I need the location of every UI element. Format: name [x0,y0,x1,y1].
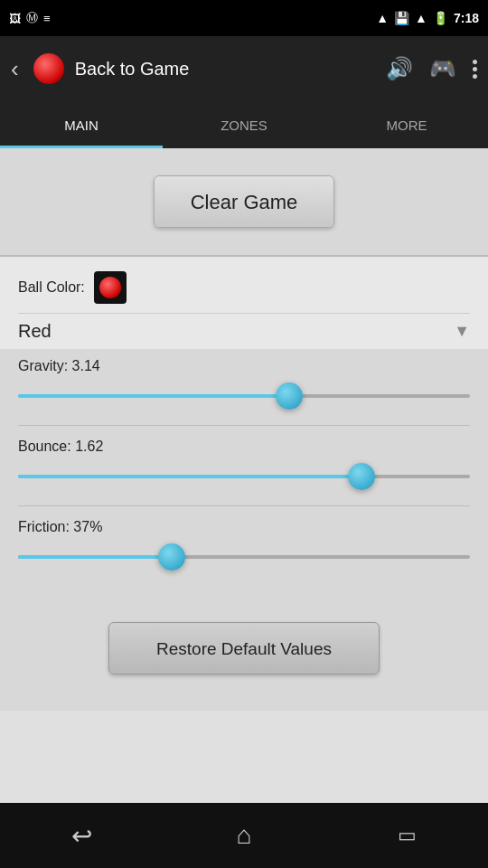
gravity-thumb[interactable] [276,382,303,410]
dropdown-arrow-icon: ▼ [454,322,470,341]
wifi-icon: ▲ [376,11,389,25]
ball-color-label: Ball Color: [18,279,85,296]
app-bar-ball-icon [33,53,64,84]
ball-color-value: Red [18,321,454,342]
time-display: 7:18 [454,11,479,25]
back-button[interactable]: ‹ [11,55,19,83]
tab-main[interactable]: MAIN [0,101,163,148]
ball-color-value-row[interactable]: Red ▼ [18,313,470,349]
restore-section: Restore Default Values [0,595,488,693]
signal-icon: ▲ [415,11,427,25]
bottom-nav: ↩ ⌂ ▭ [0,803,488,868]
status-bar-left: 🖼 Ⓜ ≡ [9,10,51,26]
nav-recents-button[interactable]: ▭ [380,817,434,854]
status-icon-photos: 🖼 [9,12,21,25]
ball-color-swatch[interactable] [94,271,127,304]
friction-slider-group: Friction: 37% [18,519,470,570]
clear-game-button[interactable]: Clear Game [154,175,334,228]
nav-home-button[interactable]: ⌂ [217,817,271,854]
tab-bar: MAIN ZONES MORE [0,101,488,148]
ball-color-section: Ball Color: Red ▼ [0,257,488,349]
bounce-thumb[interactable] [348,463,375,490]
ball-color-row: Ball Color: [18,271,470,304]
nav-back-button[interactable]: ↩ [54,817,108,854]
app-bar: ‹ Back to Game 🔊 🎮 [0,36,488,101]
friction-slider[interactable] [18,544,470,570]
restore-default-values-button[interactable]: Restore Default Values [108,622,380,675]
bounce-slider[interactable] [18,464,470,489]
tab-more[interactable]: MORE [325,101,488,148]
bounce-label: Bounce: 1.62 [18,439,470,455]
friction-label: Friction: 37% [18,519,470,535]
status-icon-moto: Ⓜ [26,10,38,26]
status-bar-right: ▲ 💾 ▲ 🔋 7:18 [376,11,479,25]
app-bar-title: Back to Game [75,59,375,80]
bounce-slider-group: Bounce: 1.62 [18,439,470,489]
slider-divider-1 [18,425,470,426]
tab-zones[interactable]: ZONES [163,101,325,148]
status-icon-bars: ≡ [43,12,51,25]
storage-icon: 💾 [394,11,409,25]
gravity-slider[interactable] [18,383,470,409]
sliders-section: Gravity: 3.14 Bounce: 1.62 Friction: 37% [0,349,488,595]
more-options-button[interactable] [473,60,477,79]
ball-color-preview [99,277,121,298]
gravity-slider-group: Gravity: 3.14 [18,358,470,409]
battery-icon: 🔋 [433,11,448,25]
slider-divider-2 [18,505,470,506]
status-bar: 🖼 Ⓜ ≡ ▲ 💾 ▲ 🔋 7:18 [0,0,488,36]
main-content: Clear Game Ball Color: Red ▼ Gravity: 3.… [0,148,488,711]
gravity-fill [18,394,289,398]
bounce-fill [18,475,361,478]
sound-icon[interactable]: 🔊 [386,56,413,81]
gamepad-icon[interactable]: 🎮 [429,56,456,81]
gravity-label: Gravity: 3.14 [18,358,470,374]
app-bar-actions: 🔊 🎮 [386,56,477,81]
friction-thumb[interactable] [158,543,185,571]
friction-fill [18,555,172,559]
